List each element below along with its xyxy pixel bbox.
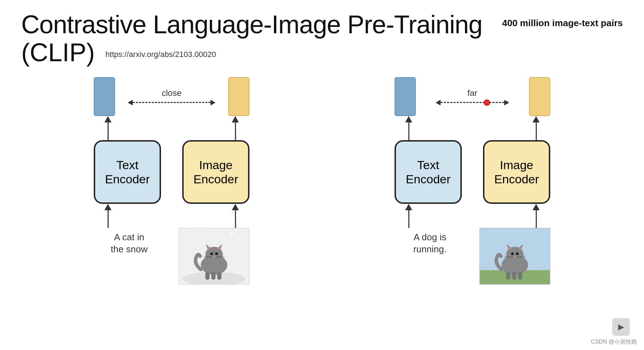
left-arrowhead	[128, 100, 133, 105]
right-image-up-arrow	[533, 116, 540, 140]
left-text-caption-container: A cat in the snow	[94, 228, 165, 256]
right-arrowhead-left	[211, 100, 215, 105]
left-image-encoder: Image Encoder	[182, 140, 249, 204]
arxiv-link[interactable]: https://arxiv.org/abs/2103.00020	[105, 50, 216, 59]
left-encoders-row: Text Encoder Image Encoder	[94, 140, 249, 204]
svg-rect-40	[518, 272, 522, 280]
svg-point-8	[210, 253, 213, 256]
left-cat-image	[179, 228, 249, 285]
right-distance-label: far	[467, 88, 477, 98]
diagrams-container: close	[21, 77, 623, 286]
svg-point-18	[189, 234, 191, 236]
slide: Contrastive Language-Image Pre-Training …	[0, 0, 644, 350]
arrow-stem-5	[408, 122, 409, 140]
right-arrowhead-left	[436, 100, 441, 105]
left-text-up-arrow	[104, 116, 111, 140]
right-text-up-arrow	[405, 116, 412, 140]
arrow-stem-8	[536, 210, 537, 228]
right-cat-image	[479, 228, 550, 285]
svg-rect-38	[506, 272, 510, 280]
svg-point-9	[215, 253, 218, 256]
left-diagram: close	[39, 77, 304, 286]
arrow-stem-6	[536, 122, 537, 140]
arrow-stem-1	[108, 122, 109, 140]
stats-badge: 400 million image-text pairs	[502, 18, 623, 29]
right-arrowhead-right	[504, 100, 509, 105]
up-arrowhead-8	[533, 204, 540, 210]
up-arrowhead-1	[104, 116, 111, 122]
left-arrow-line	[133, 102, 211, 103]
svg-rect-17	[217, 272, 222, 280]
right-image-caption-container	[479, 228, 550, 286]
title-row: Contrastive Language-Image Pre-Training …	[21, 11, 623, 67]
left-image-up-arrow	[232, 116, 239, 140]
left-text-encoder: Text Encoder	[94, 140, 161, 204]
main-title: Contrastive Language-Image Pre-Training	[21, 11, 482, 39]
up-arrowhead-7	[405, 204, 412, 210]
up-arrowhead-3	[104, 204, 111, 210]
right-image-vector-bar	[529, 77, 550, 116]
right-image-encoder: Image Encoder	[483, 140, 550, 204]
right-image-bottom-arrow	[533, 204, 540, 228]
svg-point-33	[514, 256, 516, 257]
svg-rect-15	[205, 272, 209, 280]
svg-point-32	[516, 253, 519, 256]
svg-point-22	[185, 245, 187, 247]
clip-title: (CLIP)	[21, 39, 95, 67]
red-dot	[484, 99, 490, 106]
svg-rect-16	[211, 272, 215, 280]
up-arrowhead-6	[533, 116, 540, 122]
right-text-vector-bar	[395, 77, 416, 116]
left-text-vector-bar	[94, 77, 115, 116]
right-arrow-line	[441, 102, 504, 103]
left-image-bottom-arrow	[232, 204, 239, 228]
right-text-bottom-arrow	[405, 204, 412, 228]
arrow-stem-4	[235, 210, 236, 228]
right-diagram: far	[340, 77, 605, 286]
play-button[interactable]: ▶	[612, 318, 630, 336]
arrow-stem-2	[235, 122, 236, 140]
right-encoders-row: Text Encoder Image Encoder	[395, 140, 550, 204]
header: Contrastive Language-Image Pre-Training …	[21, 11, 623, 67]
right-arrow-container	[436, 100, 509, 105]
right-text-encoder: Text Encoder	[395, 140, 462, 204]
left-image-vector-bar	[228, 77, 249, 116]
left-image-caption-container	[179, 228, 249, 286]
left-dashed-arrow	[128, 100, 215, 105]
subtitle-row: (CLIP) https://arxiv.org/abs/2103.00020	[21, 39, 482, 67]
svg-point-31	[511, 253, 514, 256]
arrow-stem-3	[108, 210, 109, 228]
svg-point-20	[230, 233, 232, 235]
svg-rect-39	[512, 272, 516, 280]
up-arrowhead-4	[232, 204, 239, 210]
svg-point-19	[200, 231, 201, 233]
watermark: CSDN @小居快跑	[591, 338, 637, 346]
left-text-bottom-arrow	[104, 204, 111, 228]
right-text-caption: A dog is running.	[395, 231, 465, 256]
svg-point-21	[238, 238, 239, 240]
up-arrowhead-5	[405, 116, 412, 122]
title-left: Contrastive Language-Image Pre-Training …	[21, 11, 482, 67]
up-arrowhead-2	[232, 116, 239, 122]
left-distance-label: close	[162, 88, 182, 98]
left-text-caption: A cat in the snow	[94, 231, 165, 256]
right-text-caption-container: A dog is running.	[395, 228, 465, 256]
arrow-stem-7	[408, 210, 409, 228]
svg-point-10	[213, 256, 215, 257]
